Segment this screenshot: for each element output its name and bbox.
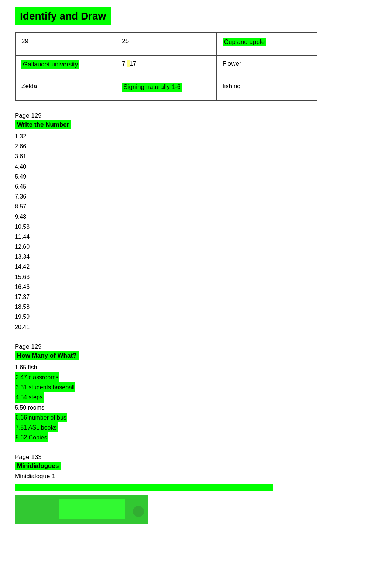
minidialogue-image-bar xyxy=(15,484,273,491)
minidialogue-image-inner xyxy=(59,499,125,519)
grid-cell-2-2: 7 17 xyxy=(116,56,216,78)
write-number-item: 11.44 xyxy=(15,232,377,242)
grid-cell-1-2: 25 xyxy=(116,33,216,55)
write-number-item: 19.59 xyxy=(15,312,377,322)
write-number-item: 17.37 xyxy=(15,292,377,302)
write-number-item: 20.41 xyxy=(15,322,377,332)
write-number-item: 16.46 xyxy=(15,282,377,292)
write-number-item: 10.53 xyxy=(15,222,377,232)
write-number-item: 12.60 xyxy=(15,242,377,252)
identify-draw-grid: 29 25 Cup and apple Gallaudet university… xyxy=(15,32,317,101)
how-many-item: 8.62 Copies xyxy=(15,432,377,442)
grid-cell-3-3: fishing xyxy=(217,78,317,100)
page-title: Identify and Draw xyxy=(15,7,111,25)
minidialogues-section: Page 133 Minidialogues Minidialogue 1 xyxy=(15,453,377,524)
how-many-item: 6.66 number of bus xyxy=(15,413,377,422)
how-many-item: 2.47 classrooms xyxy=(15,372,377,382)
write-number-item: 14.42 xyxy=(15,262,377,272)
write-number-item: 1.32 xyxy=(15,131,377,141)
write-number-item: 7.36 xyxy=(15,192,377,201)
minidialogues-page-label: Page 133 xyxy=(15,453,377,461)
grid-row-2: Gallaudet university 7 17 Flower xyxy=(16,56,317,78)
grid-row-3: Zelda Signing naturally 1-6 fishing xyxy=(16,78,317,100)
grid-cell-1-1: 29 xyxy=(16,33,116,55)
how-many-page-label: Page 129 xyxy=(15,343,377,351)
grid-cell-3-1: Zelda xyxy=(16,78,116,100)
grid-cell-1-3: Cup and apple xyxy=(217,33,317,55)
write-number-item: 6.45 xyxy=(15,182,377,192)
write-number-item: 15.63 xyxy=(15,272,377,282)
write-number-item: 2.66 xyxy=(15,141,377,151)
how-many-item: 1.65 fish xyxy=(15,362,377,372)
grid-row-1: 29 25 Cup and apple xyxy=(16,33,317,56)
write-number-item: 9.48 xyxy=(15,212,377,222)
how-many-item: 5.50 rooms xyxy=(15,403,377,413)
write-number-item: 5.49 xyxy=(15,172,377,182)
minidialogue1-label: Minidialogue 1 xyxy=(15,473,377,480)
how-many-item: 4.54 steps xyxy=(15,392,377,402)
how-many-title: How Many of What? xyxy=(15,351,79,360)
how-many-list: 1.65 fish2.47 classrooms3.31 students ba… xyxy=(15,362,377,443)
how-many-item: 3.31 students baseball xyxy=(15,382,377,392)
grid-cell-2-1: Gallaudet university xyxy=(16,56,116,78)
minidialogues-title: Minidialogues xyxy=(15,462,61,470)
write-number-item: 3.61 xyxy=(15,151,377,161)
write-number-section: Page 129 Write the Number 1.322.663.614.… xyxy=(15,112,377,332)
write-number-item: 4.40 xyxy=(15,162,377,172)
title-section: Identify and Draw xyxy=(15,7,377,25)
how-many-item: 7.51 ASL books xyxy=(15,422,377,432)
grid-cell-2-3: Flower xyxy=(217,56,317,78)
write-number-list: 1.322.663.614.405.496.457.368.579.4810.5… xyxy=(15,131,377,332)
minidialogue-image-dot xyxy=(133,506,144,517)
write-number-item: 18.58 xyxy=(15,302,377,312)
num7-highlight xyxy=(127,60,130,67)
write-number-item: 8.57 xyxy=(15,201,377,211)
write-number-title: Write the Number xyxy=(15,120,71,129)
write-number-item: 13.34 xyxy=(15,252,377,262)
write-number-page-label: Page 129 xyxy=(15,112,377,120)
minidialogue-image-block xyxy=(15,495,148,524)
grid-cell-3-2: Signing naturally 1-6 xyxy=(116,78,216,100)
how-many-section: Page 129 How Many of What? 1.65 fish2.47… xyxy=(15,343,377,443)
